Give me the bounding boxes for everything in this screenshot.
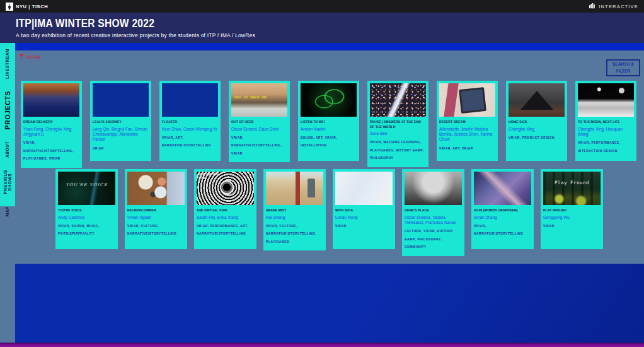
project-tags: VR/AR, PRODUCT DESIGN xyxy=(509,134,565,142)
projects-row-1: DREAM DELIVERY Yuan Fang, Chengbo Xing, … xyxy=(21,81,636,168)
footer-purple-strip xyxy=(0,343,644,347)
project-title: 00:00 [WORDS UNSPOKEN] xyxy=(474,208,531,213)
thumbnail-overlay-text: THE VIRTUAL VOID xyxy=(198,173,220,180)
project-authors: Yuan Fang, Chengbo Xing, Jingyuan Li xyxy=(23,127,79,138)
sidebar-nav: LIVESTREAM PROJECTS ABOUT PREVIOUS SHOWS… xyxy=(0,43,15,206)
project-authors: Chengbo Xing, Haoquan Wang xyxy=(578,127,634,138)
search-and-filter-button[interactable]: SEARCH & FILTER xyxy=(606,59,640,76)
project-card[interactable]: DESERT DREAM Alfonssette Joselin Medina … xyxy=(437,81,498,161)
project-thumbnail: YOU'RE VOICE xyxy=(58,172,115,205)
project-tags: VR/AR, NARRATIVE/STORYTELLING, VR/AR xyxy=(231,134,287,158)
sidebar-item-map[interactable]: MAP xyxy=(5,206,9,216)
sidebar-item-livestream[interactable]: LIVESTREAM xyxy=(5,49,9,79)
hero-header: ITP|IMA WINTER SHOW 2022 A two day exhib… xyxy=(0,13,644,43)
project-card[interactable]: FLOATER Keer Zhao, Caren Wenqing Ye VR/A… xyxy=(159,81,221,161)
project-card[interactable]: PAUSE | ANSWERS AT THE END OF THE WORLD … xyxy=(367,81,428,167)
project-tags: VR/AR xyxy=(93,144,149,153)
project-tags: VR/AR, CULTURE, NARRATIVE/STORYTELLING, … xyxy=(266,222,323,246)
project-title: PAUSE | ANSWERS AT THE END OF THE WORLD xyxy=(370,120,426,129)
project-tags: VR/AR, NARRATIVE/STORYTELLING, PLAY/GAME… xyxy=(23,139,79,163)
project-card[interactable]: TO THE MOON, NEXT LIFE Chengbo Xing, Hao… xyxy=(575,81,636,161)
project-thumbnail: Play Fround xyxy=(543,172,601,205)
project-authors: Vivian Ngiam xyxy=(127,215,185,220)
bottom-blue-panel xyxy=(15,264,644,343)
project-tags: SOUND, ART, VR/AR, INSTALLATION xyxy=(301,134,357,150)
project-title: OUT OF HERE xyxy=(231,120,287,125)
project-card[interactable]: REUNION DINNER Vivian Ngiam VR/AR, CULTU… xyxy=(125,169,187,249)
thumbnail-overlay-text: Out of Here VR xyxy=(234,95,267,99)
project-tags: VR/AR, PERFORMANCE, INTERACTION DESIGN xyxy=(578,139,634,155)
project-card[interactable]: LISTEN TO ME! Armon Naeini SOUND, ART, V… xyxy=(298,81,359,161)
project-card[interactable]: HOME SICK Chengbo Xing VR/AR, PRODUCT DE… xyxy=(506,81,567,161)
project-authors: June Bee xyxy=(370,131,426,136)
project-card[interactable]: LEAH'S JOURNEY Lang Qin, Bingrui Fan, Si… xyxy=(90,81,151,161)
project-tags: VR/AR, ART, NARRATIVE/STORYTELLING xyxy=(162,134,218,150)
project-authors: Sihan Zhang xyxy=(474,215,531,220)
project-tags: VR/AR, SOUND, MUSIC, FAITH/SPIRITUALITY xyxy=(58,222,115,238)
project-card[interactable]: 00:00 [WORDS UNSPOKEN] Sihan Zhang VR/AR… xyxy=(471,169,534,249)
interactive-logo[interactable]: INTERACTIVE xyxy=(589,1,638,12)
project-thumbnail xyxy=(578,83,634,117)
project-card[interactable]: GENE'S PLACE Oscar Durand, Tatiana Trebi… xyxy=(402,169,464,256)
project-card[interactable]: SNAKE MIST Rui Shang VR/AR, CULTURE, NAR… xyxy=(263,169,326,250)
project-title: DREAM DELIVERY xyxy=(23,120,79,125)
project-title: WITH SOUL xyxy=(335,208,393,213)
project-thumbnail xyxy=(162,83,218,117)
project-authors: Keer Zhao, Caren Wenqing Ye xyxy=(162,127,218,132)
project-title: REUNION DINNER xyxy=(127,208,185,213)
nyu-tisch-logo[interactable]: NYU | TISCH xyxy=(6,3,48,11)
project-authors: Armon Naeini xyxy=(301,127,357,132)
project-authors: Oscar Durand, Tatiana Trebisacci, Franci… xyxy=(405,215,462,226)
project-thumbnail: THE VIRTUAL VOID xyxy=(197,172,254,205)
project-tags: VR/AR, PERFORMANCE, ART, NARRATIVE/STORY… xyxy=(197,222,254,238)
project-title: HOME SICK xyxy=(509,120,565,125)
project-authors: Chengbo Xing xyxy=(509,127,565,132)
page-title: ITP|IMA WINTER SHOW 2022 xyxy=(16,16,531,30)
project-title: PLAY FROUND xyxy=(543,208,601,213)
project-card[interactable]: WITH SOUL Luhan Rong VR/AR xyxy=(333,169,395,249)
filter-chip-label: VR/AR xyxy=(26,55,41,59)
project-thumbnail xyxy=(509,83,565,117)
project-tags: VR/AR, ART, VR/AR xyxy=(439,144,495,153)
project-title: TO THE MOON, NEXT LIFE xyxy=(578,120,634,125)
sidebar-item-projects[interactable]: PROJECTS xyxy=(4,91,11,129)
project-card[interactable]: YOU'RE VOICE YOU'RE VOICE Andy Cabindol … xyxy=(55,169,118,249)
project-thumbnail xyxy=(23,83,79,117)
project-title: LEAH'S JOURNEY xyxy=(93,120,149,125)
project-thumbnail xyxy=(335,172,393,205)
thumbnail-overlay-text: YOU'RE VOICE xyxy=(58,182,115,187)
project-authors: Rui Shang xyxy=(266,215,323,220)
project-card[interactable]: Out of Here VR OUT OF HERE Oscar Durand,… xyxy=(229,81,290,162)
project-tags: VR/AR, NARRATIVE/STORYTELLING xyxy=(474,222,531,238)
project-tags: VR/AR xyxy=(335,222,393,230)
nyu-torch-icon xyxy=(6,3,13,11)
filter-funnel-icon xyxy=(19,54,24,60)
project-card[interactable]: Play Fround PLAY FROUND Genggeng Wu VR/A… xyxy=(541,169,603,249)
thumbnail-overlay-text: Play Fround xyxy=(543,180,601,185)
project-thumbnail xyxy=(474,172,531,205)
project-thumbnail xyxy=(370,83,426,117)
project-card[interactable]: THE VIRTUAL VOID THE VIRTUAL VOID Sarah … xyxy=(194,169,256,249)
page-subtitle: A two day exhibition of recent creative … xyxy=(16,32,644,38)
sidebar-item-previous-shows[interactable]: PREVIOUS SHOWS xyxy=(3,170,13,194)
project-thumbnail: Out of Here VR xyxy=(231,83,287,117)
itp-hand-icon xyxy=(589,1,595,12)
project-title: LISTEN TO ME! xyxy=(301,120,357,125)
project-authors: Andy Cabindol xyxy=(58,215,115,220)
project-title: THE VIRTUAL VOID xyxy=(197,208,254,213)
project-thumbnail xyxy=(93,83,149,117)
project-title: FLOATER xyxy=(162,120,218,125)
project-thumbnail xyxy=(266,172,323,205)
project-thumbnail xyxy=(301,83,357,117)
project-card[interactable]: DREAM DELIVERY Yuan Fang, Chengbo Xing, … xyxy=(21,81,82,168)
project-title: GENE'S PLACE xyxy=(405,208,462,213)
nyu-tisch-label: NYU | TISCH xyxy=(16,4,48,9)
project-thumbnail xyxy=(439,83,495,117)
project-tags: CULTURE, VR/AR, HISTORY &AMP; PHILOSOPHY… xyxy=(405,227,462,251)
project-authors: Luhan Rong xyxy=(335,215,393,220)
sidebar-item-about[interactable]: ABOUT xyxy=(5,141,9,158)
project-title: YOU'RE VOICE xyxy=(58,208,115,213)
projects-row-2: YOU'RE VOICE YOU'RE VOICE Andy Cabindol … xyxy=(55,169,603,256)
active-filter-chip[interactable]: VR/AR xyxy=(19,54,41,60)
project-tags: VR/AR xyxy=(543,222,601,230)
